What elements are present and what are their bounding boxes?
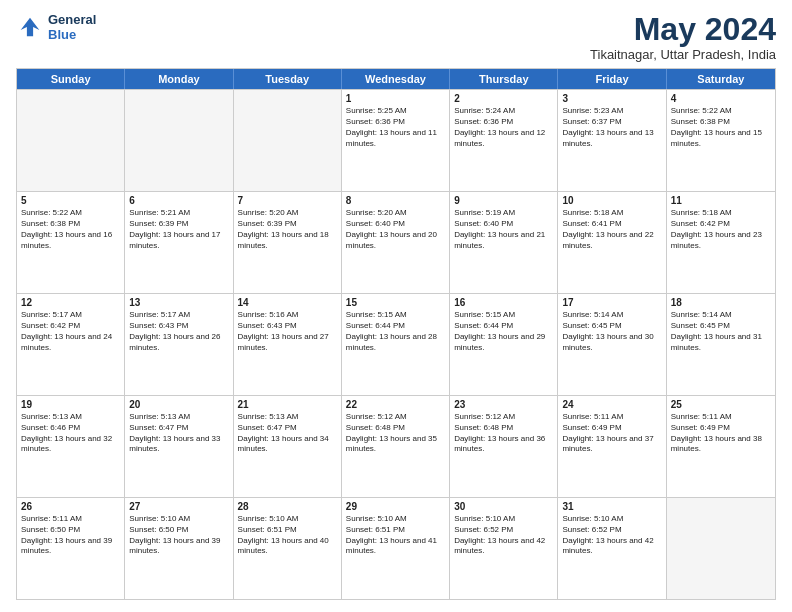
daylight-text: Daylight: 13 hours and 11 minutes. xyxy=(346,128,445,150)
day-number: 28 xyxy=(238,501,337,512)
day-number: 9 xyxy=(454,195,553,206)
sunrise-text: Sunrise: 5:12 AM xyxy=(346,412,445,423)
daylight-text: Daylight: 13 hours and 15 minutes. xyxy=(671,128,771,150)
calendar-cell: 18Sunrise: 5:14 AMSunset: 6:45 PMDayligh… xyxy=(667,294,775,395)
day-number: 26 xyxy=(21,501,120,512)
day-number: 19 xyxy=(21,399,120,410)
calendar-cell: 24Sunrise: 5:11 AMSunset: 6:49 PMDayligh… xyxy=(558,396,666,497)
day-number: 18 xyxy=(671,297,771,308)
daylight-text: Daylight: 13 hours and 34 minutes. xyxy=(238,434,337,456)
weekday-header: Monday xyxy=(125,69,233,89)
sunset-text: Sunset: 6:38 PM xyxy=(21,219,120,230)
day-number: 11 xyxy=(671,195,771,206)
sunrise-text: Sunrise: 5:10 AM xyxy=(454,514,553,525)
calendar-cell xyxy=(234,90,342,191)
day-number: 21 xyxy=(238,399,337,410)
calendar-cell xyxy=(125,90,233,191)
page: General Blue May 2024 Tikaitnagar, Uttar… xyxy=(0,0,792,612)
title-area: May 2024 Tikaitnagar, Uttar Pradesh, Ind… xyxy=(590,12,776,62)
sunrise-text: Sunrise: 5:11 AM xyxy=(671,412,771,423)
calendar-cell: 16Sunrise: 5:15 AMSunset: 6:44 PMDayligh… xyxy=(450,294,558,395)
sunrise-text: Sunrise: 5:18 AM xyxy=(562,208,661,219)
sunrise-text: Sunrise: 5:18 AM xyxy=(671,208,771,219)
calendar-week: 19Sunrise: 5:13 AMSunset: 6:46 PMDayligh… xyxy=(17,395,775,497)
calendar-cell xyxy=(667,498,775,599)
day-number: 22 xyxy=(346,399,445,410)
calendar-cell: 20Sunrise: 5:13 AMSunset: 6:47 PMDayligh… xyxy=(125,396,233,497)
sunset-text: Sunset: 6:44 PM xyxy=(346,321,445,332)
daylight-text: Daylight: 13 hours and 27 minutes. xyxy=(238,332,337,354)
weekday-header: Sunday xyxy=(17,69,125,89)
sunset-text: Sunset: 6:48 PM xyxy=(454,423,553,434)
sunrise-text: Sunrise: 5:17 AM xyxy=(21,310,120,321)
sunset-text: Sunset: 6:47 PM xyxy=(129,423,228,434)
daylight-text: Daylight: 13 hours and 31 minutes. xyxy=(671,332,771,354)
calendar-week: 12Sunrise: 5:17 AMSunset: 6:42 PMDayligh… xyxy=(17,293,775,395)
location: Tikaitnagar, Uttar Pradesh, India xyxy=(590,47,776,62)
sunrise-text: Sunrise: 5:22 AM xyxy=(671,106,771,117)
sunset-text: Sunset: 6:49 PM xyxy=(671,423,771,434)
calendar-cell: 7Sunrise: 5:20 AMSunset: 6:39 PMDaylight… xyxy=(234,192,342,293)
calendar-cell: 17Sunrise: 5:14 AMSunset: 6:45 PMDayligh… xyxy=(558,294,666,395)
sunrise-text: Sunrise: 5:13 AM xyxy=(238,412,337,423)
daylight-text: Daylight: 13 hours and 23 minutes. xyxy=(671,230,771,252)
daylight-text: Daylight: 13 hours and 42 minutes. xyxy=(454,536,553,558)
sunrise-text: Sunrise: 5:20 AM xyxy=(238,208,337,219)
month-title: May 2024 xyxy=(590,12,776,47)
calendar-cell: 13Sunrise: 5:17 AMSunset: 6:43 PMDayligh… xyxy=(125,294,233,395)
daylight-text: Daylight: 13 hours and 12 minutes. xyxy=(454,128,553,150)
sunrise-text: Sunrise: 5:11 AM xyxy=(21,514,120,525)
daylight-text: Daylight: 13 hours and 40 minutes. xyxy=(238,536,337,558)
sunrise-text: Sunrise: 5:17 AM xyxy=(129,310,228,321)
sunset-text: Sunset: 6:41 PM xyxy=(562,219,661,230)
weekday-header: Saturday xyxy=(667,69,775,89)
sunset-text: Sunset: 6:45 PM xyxy=(562,321,661,332)
calendar-cell xyxy=(17,90,125,191)
calendar-cell: 2Sunrise: 5:24 AMSunset: 6:36 PMDaylight… xyxy=(450,90,558,191)
day-number: 4 xyxy=(671,93,771,104)
calendar-header: SundayMondayTuesdayWednesdayThursdayFrid… xyxy=(17,69,775,89)
sunset-text: Sunset: 6:48 PM xyxy=(346,423,445,434)
sunset-text: Sunset: 6:46 PM xyxy=(21,423,120,434)
daylight-text: Daylight: 13 hours and 36 minutes. xyxy=(454,434,553,456)
sunset-text: Sunset: 6:51 PM xyxy=(238,525,337,536)
day-number: 8 xyxy=(346,195,445,206)
sunrise-text: Sunrise: 5:10 AM xyxy=(238,514,337,525)
sunset-text: Sunset: 6:50 PM xyxy=(129,525,228,536)
day-number: 31 xyxy=(562,501,661,512)
daylight-text: Daylight: 13 hours and 37 minutes. xyxy=(562,434,661,456)
day-number: 16 xyxy=(454,297,553,308)
calendar-cell: 14Sunrise: 5:16 AMSunset: 6:43 PMDayligh… xyxy=(234,294,342,395)
day-number: 15 xyxy=(346,297,445,308)
sunset-text: Sunset: 6:40 PM xyxy=(454,219,553,230)
sunset-text: Sunset: 6:49 PM xyxy=(562,423,661,434)
sunrise-text: Sunrise: 5:13 AM xyxy=(129,412,228,423)
sunset-text: Sunset: 6:51 PM xyxy=(346,525,445,536)
day-number: 5 xyxy=(21,195,120,206)
calendar-cell: 5Sunrise: 5:22 AMSunset: 6:38 PMDaylight… xyxy=(17,192,125,293)
day-number: 3 xyxy=(562,93,661,104)
sunrise-text: Sunrise: 5:21 AM xyxy=(129,208,228,219)
day-number: 27 xyxy=(129,501,228,512)
daylight-text: Daylight: 13 hours and 33 minutes. xyxy=(129,434,228,456)
day-number: 25 xyxy=(671,399,771,410)
calendar-cell: 19Sunrise: 5:13 AMSunset: 6:46 PMDayligh… xyxy=(17,396,125,497)
day-number: 23 xyxy=(454,399,553,410)
calendar-cell: 10Sunrise: 5:18 AMSunset: 6:41 PMDayligh… xyxy=(558,192,666,293)
daylight-text: Daylight: 13 hours and 38 minutes. xyxy=(671,434,771,456)
calendar-cell: 3Sunrise: 5:23 AMSunset: 6:37 PMDaylight… xyxy=(558,90,666,191)
calendar-cell: 28Sunrise: 5:10 AMSunset: 6:51 PMDayligh… xyxy=(234,498,342,599)
calendar-cell: 31Sunrise: 5:10 AMSunset: 6:52 PMDayligh… xyxy=(558,498,666,599)
calendar-cell: 9Sunrise: 5:19 AMSunset: 6:40 PMDaylight… xyxy=(450,192,558,293)
logo-icon xyxy=(16,13,44,41)
daylight-text: Daylight: 13 hours and 35 minutes. xyxy=(346,434,445,456)
calendar-cell: 8Sunrise: 5:20 AMSunset: 6:40 PMDaylight… xyxy=(342,192,450,293)
calendar-cell: 30Sunrise: 5:10 AMSunset: 6:52 PMDayligh… xyxy=(450,498,558,599)
sunrise-text: Sunrise: 5:25 AM xyxy=(346,106,445,117)
day-number: 12 xyxy=(21,297,120,308)
sunrise-text: Sunrise: 5:14 AM xyxy=(671,310,771,321)
calendar-cell: 6Sunrise: 5:21 AMSunset: 6:39 PMDaylight… xyxy=(125,192,233,293)
sunrise-text: Sunrise: 5:14 AM xyxy=(562,310,661,321)
sunrise-text: Sunrise: 5:16 AM xyxy=(238,310,337,321)
daylight-text: Daylight: 13 hours and 42 minutes. xyxy=(562,536,661,558)
